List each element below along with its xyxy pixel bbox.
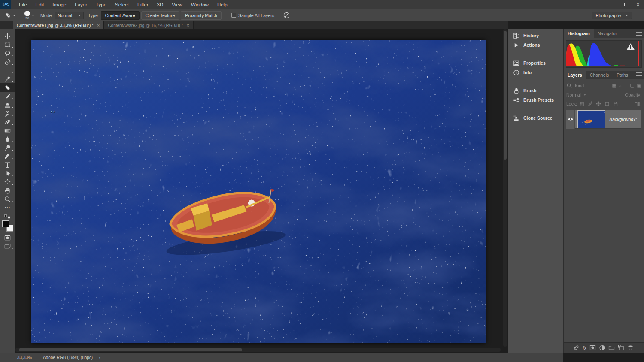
close-icon[interactable]: × [97, 23, 100, 27]
create-texture-button[interactable]: Create Texture [141, 11, 179, 20]
layer-name[interactable]: Background [609, 117, 633, 122]
proximity-match-button[interactable]: Proximity Match [181, 11, 222, 20]
tablet-pressure-icon[interactable] [283, 12, 290, 19]
kind-filter-select[interactable]: Kind [575, 83, 584, 88]
scrollbar-thumb[interactable] [19, 348, 242, 351]
type-filter-icon[interactable]: T [624, 83, 627, 88]
panel-button-info[interactable]: Info [508, 68, 563, 77]
layer-mask-icon[interactable] [589, 344, 596, 351]
color-swatches[interactable] [2, 220, 13, 232]
menu-select[interactable]: Select [111, 0, 133, 9]
layer-row-background[interactable]: Background [566, 110, 641, 129]
default-swatches-icon[interactable] [4, 214, 11, 219]
lasso-tool[interactable] [0, 49, 15, 57]
maximize-button[interactable] [620, 0, 632, 9]
tab-paths[interactable]: Paths [613, 71, 632, 79]
crop-tool[interactable] [0, 66, 15, 75]
menu-window[interactable]: Window [187, 0, 213, 9]
menu-filter[interactable]: Filter [133, 0, 153, 9]
horizontal-scrollbar[interactable] [15, 348, 501, 352]
move-tool[interactable] [0, 32, 15, 40]
eyedropper-tool[interactable] [0, 75, 15, 83]
foreground-color-swatch[interactable] [2, 220, 9, 227]
type-tool[interactable] [0, 160, 15, 169]
brush-tool[interactable] [0, 92, 15, 100]
lock-position-icon[interactable] [595, 101, 601, 107]
history-brush-tool[interactable] [0, 109, 15, 118]
menu-layer[interactable]: Layer [70, 0, 91, 9]
lock-row: Lock: ▨ Fill: [566, 99, 641, 108]
menu-image[interactable]: Image [48, 0, 70, 9]
link-layers-icon[interactable] [573, 344, 580, 351]
panel-button-history[interactable]: History [508, 31, 563, 40]
zoom-level-field[interactable]: 33,33% [17, 355, 39, 360]
delete-layer-icon[interactable] [627, 344, 634, 351]
mode-select[interactable]: Normal [55, 12, 84, 19]
menu-view[interactable]: View [167, 0, 187, 9]
panel-menu-icon[interactable] [636, 31, 642, 36]
tab-contentaware1[interactable]: ContentAware1.jpg @ 33,3% (RGB/8*) * × [13, 21, 104, 29]
panel-button-brush[interactable]: Brush [508, 86, 563, 95]
shape-filter-icon[interactable]: ▢ [630, 83, 634, 88]
lock-artboard-icon[interactable] [604, 101, 610, 107]
tab-contentaware2[interactable]: ContentAware2.jpg @ 16,7% (RGB/8) * × [104, 21, 194, 29]
visibility-toggle[interactable] [566, 110, 575, 129]
panel-button-clone-source[interactable]: Clone Source [508, 113, 563, 123]
layer-thumbnail[interactable] [577, 110, 605, 128]
marquee-tool[interactable] [0, 40, 15, 49]
panel-button-properties[interactable]: Properties [508, 58, 563, 68]
screen-mode-button[interactable] [0, 242, 15, 250]
smart-object-filter-icon[interactable]: ▣ [637, 83, 641, 88]
quick-mask-button[interactable] [0, 233, 15, 242]
close-icon[interactable]: × [186, 23, 189, 27]
adjustment-filter-icon[interactable]: ◐ [619, 83, 622, 88]
brush-size-picker[interactable]: 26 [23, 11, 36, 20]
panel-button-actions[interactable]: Actions [508, 40, 563, 50]
menu-3d[interactable]: 3D [153, 0, 168, 9]
menu-edit[interactable]: Edit [31, 0, 49, 9]
pen-tool[interactable] [0, 152, 15, 160]
scrollbar-thumb[interactable] [504, 31, 507, 160]
pixel-filter-icon[interactable]: ▦ [612, 83, 616, 88]
sample-all-layers-checkbox[interactable]: Sample All Layers [231, 13, 274, 18]
photoshop-logo: Ps [0, 0, 11, 9]
tool-preset-picker[interactable] [0, 12, 17, 19]
quick-selection-tool[interactable] [0, 57, 15, 66]
gradient-tool[interactable] [0, 126, 15, 135]
dodge-tool[interactable] [0, 143, 15, 152]
menu-type[interactable]: Type [91, 0, 111, 9]
menu-help[interactable]: Help [213, 0, 232, 9]
document-canvas[interactable]: ↔ [31, 40, 486, 343]
separator [20, 11, 20, 20]
tab-histogram[interactable]: Histogram [564, 29, 594, 38]
hand-tool[interactable] [0, 186, 15, 195]
edit-toolbar-button[interactable]: ••• [0, 203, 15, 212]
blend-mode-select[interactable]: Normal [566, 92, 581, 97]
lock-transparency-icon[interactable]: ▨ [580, 101, 584, 106]
eraser-tool[interactable] [0, 118, 15, 126]
spot-healing-brush-tool[interactable] [0, 83, 15, 92]
new-layer-icon[interactable] [618, 344, 624, 351]
zoom-tool[interactable] [0, 195, 15, 203]
lock-all-icon[interactable] [613, 101, 619, 107]
lock-paint-icon[interactable] [587, 101, 593, 107]
clone-stamp-tool[interactable] [0, 100, 15, 109]
content-aware-button[interactable]: Content-Aware [101, 11, 140, 20]
tab-channels[interactable]: Channels [586, 71, 613, 79]
minimize-button[interactable]: – [608, 0, 620, 9]
panel-menu-icon[interactable] [636, 72, 642, 77]
path-selection-tool[interactable] [0, 169, 15, 178]
close-button[interactable]: × [632, 0, 644, 9]
layer-group-icon[interactable] [608, 344, 615, 351]
workspace-switcher[interactable]: Photography [592, 12, 632, 19]
shape-tool[interactable] [0, 178, 15, 186]
panel-button-brush-presets[interactable]: Brush Presets [508, 95, 563, 105]
blur-tool[interactable] [0, 135, 15, 143]
vertical-scrollbar[interactable] [503, 29, 507, 347]
layer-style-icon[interactable]: fx [583, 345, 586, 350]
adjustment-layer-icon[interactable] [599, 344, 605, 351]
status-options-chevron[interactable]: › [99, 355, 100, 360]
tab-layers[interactable]: Layers [564, 71, 586, 79]
tab-navigator[interactable]: Navigator [594, 29, 621, 38]
menu-file[interactable]: File [15, 0, 31, 9]
